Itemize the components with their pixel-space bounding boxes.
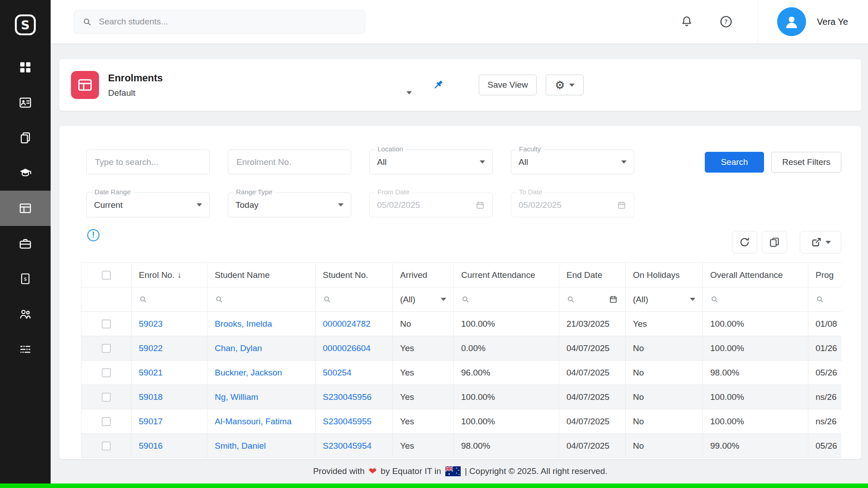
sidebar-item-agents[interactable] <box>0 296 51 332</box>
prog-cell: ns/26 <box>808 409 842 434</box>
arrived-cell: No <box>393 312 454 336</box>
filter-actions: Search Reset Filters <box>705 152 841 173</box>
enrol-no-column-filter[interactable] <box>132 287 208 312</box>
global-search-input[interactable] <box>98 16 357 27</box>
info-row: ! <box>86 228 841 242</box>
row-checkbox[interactable] <box>102 417 111 426</box>
column-header-arrived[interactable]: Arrived <box>393 263 454 287</box>
sidebar-item-documents[interactable] <box>0 120 51 155</box>
current-attendance-cell: 100.00% <box>454 385 559 409</box>
location-value: All <box>377 157 387 167</box>
student-no-link[interactable]: S230045956 <box>323 392 372 402</box>
row-checkbox[interactable] <box>102 368 111 377</box>
current-attendance-column-filter[interactable] <box>454 287 559 312</box>
sidebar-item-dashboard[interactable] <box>0 50 51 85</box>
student-no-link[interactable]: S230045954 <box>323 441 372 450</box>
invoice-dollar-icon: $ <box>19 272 32 286</box>
save-view-button[interactable]: Save View <box>479 75 537 95</box>
student-name-link[interactable]: Ng, William <box>215 392 258 402</box>
chevron-down-icon <box>621 160 627 164</box>
chevron-down-icon <box>480 160 485 164</box>
row-checkbox[interactable] <box>102 319 111 328</box>
sidebar-item-contacts[interactable] <box>0 85 51 120</box>
range-type-select[interactable]: Range Type Today <box>228 192 351 217</box>
copy-button[interactable] <box>762 231 787 253</box>
view-selector[interactable]: Default <box>108 88 412 98</box>
sidebar-item-settings[interactable] <box>0 332 51 367</box>
enrol-no-link[interactable]: 59018 <box>139 392 163 402</box>
end-date-column-filter[interactable] <box>559 287 626 312</box>
student-name-link[interactable]: Al-Mansouri, Fatima <box>215 417 292 426</box>
reset-filters-button[interactable]: Reset Filters <box>771 152 841 173</box>
on-holidays-column-filter[interactable]: (All) <box>626 287 703 312</box>
date-range-select[interactable]: Date Range Current <box>86 192 210 217</box>
help-button[interactable]: ? <box>719 14 733 29</box>
student-name-link[interactable]: Brooks, Imelda <box>215 319 272 328</box>
column-header-on-holidays[interactable]: On Holidays <box>626 263 703 287</box>
student-no-column-filter[interactable] <box>316 287 393 312</box>
topbar: ? Vera Ye <box>51 0 868 43</box>
current-attendance-cell: 96.00% <box>454 361 559 385</box>
type-to-search-field[interactable] <box>86 150 210 174</box>
student-name-link[interactable]: Chan, Dylan <box>215 343 262 353</box>
select-all-checkbox[interactable] <box>102 271 111 280</box>
column-header-prog[interactable]: Prog <box>808 263 842 287</box>
student-no-link[interactable]: S230045955 <box>323 417 372 426</box>
prog-column-filter[interactable] <box>808 287 842 312</box>
column-header-overall-attendance[interactable]: Overall Attendance <box>703 263 808 287</box>
student-no-link[interactable]: 500254 <box>323 368 351 377</box>
enrol-no-link[interactable]: 59017 <box>139 417 163 426</box>
view-settings-button[interactable]: ⚙ <box>546 75 584 95</box>
enrolment-no-input[interactable] <box>236 157 344 168</box>
student-name-link[interactable]: Smith, Daniel <box>215 441 266 450</box>
student-name-link[interactable]: Buckner, Jackson <box>215 368 282 377</box>
row-checkbox[interactable] <box>102 393 111 402</box>
row-checkbox[interactable] <box>102 344 111 353</box>
info-alert-icon[interactable]: ! <box>87 229 99 241</box>
location-select[interactable]: Location All <box>369 150 493 174</box>
on-holidays-cell: Yes <box>626 312 703 336</box>
arrived-column-filter[interactable]: (All) <box>393 287 454 312</box>
enrolment-no-field[interactable] <box>228 150 351 174</box>
heart-icon: ❤ <box>368 467 377 476</box>
sidebar-item-jobs[interactable] <box>0 226 51 261</box>
filter-row-2: Date Range Current Range Type Today From… <box>86 192 841 217</box>
column-header-current-attendance[interactable]: Current Attendance <box>454 263 559 287</box>
type-to-search-input[interactable] <box>94 157 202 168</box>
current-attendance-cell: 100.00% <box>454 409 559 434</box>
search-icon <box>710 295 719 304</box>
sidebar-item-courses[interactable] <box>0 155 51 191</box>
faculty-select[interactable]: Faculty All <box>511 150 634 174</box>
search-button[interactable]: Search <box>705 152 764 173</box>
student-name-column-filter[interactable] <box>208 287 316 312</box>
enrol-no-link[interactable]: 59023 <box>139 319 163 328</box>
pin-view-button[interactable] <box>432 79 444 91</box>
column-header-enrol-no[interactable]: Enrol No.↓ <box>132 263 208 287</box>
footer-provided-text: Provided with <box>313 466 364 476</box>
enrol-no-link[interactable]: 59016 <box>139 441 163 450</box>
from-date-field[interactable]: From Date 05/02/2025 <box>369 192 493 217</box>
column-header-end-date[interactable]: End Date <box>559 263 626 287</box>
enrol-no-link[interactable]: 59021 <box>139 368 163 377</box>
column-header-student-name[interactable]: Student Name <box>208 263 316 287</box>
export-button[interactable] <box>800 231 841 253</box>
end-date-cell: 04/07/2025 <box>559 385 626 409</box>
arrived-cell: Yes <box>393 434 454 458</box>
student-no-link[interactable]: 0000026604 <box>323 343 371 353</box>
row-checkbox[interactable] <box>102 441 111 450</box>
sidebar-item-enrolments[interactable] <box>0 191 51 226</box>
enrol-no-link[interactable]: 59022 <box>139 343 163 353</box>
column-header-student-no[interactable]: Student No. <box>316 263 393 287</box>
enrolments-table-icon <box>19 202 32 215</box>
refresh-button[interactable] <box>732 231 757 253</box>
table-row: 59023 Brooks, Imelda 0000024782 No 100.0… <box>81 312 842 336</box>
global-search[interactable] <box>74 10 365 34</box>
user-avatar[interactable] <box>777 7 806 36</box>
prog-cell: 01/08 <box>808 312 842 336</box>
overall-attendance-column-filter[interactable] <box>703 287 808 312</box>
notifications-button[interactable] <box>680 15 693 28</box>
sidebar-item-finance[interactable]: $ <box>0 261 51 296</box>
filter-table-card: Location All Faculty All Search Reset Fi… <box>59 126 861 459</box>
to-date-field[interactable]: To Date 05/02/2025 <box>511 192 634 217</box>
student-no-link[interactable]: 0000024782 <box>323 319 371 328</box>
